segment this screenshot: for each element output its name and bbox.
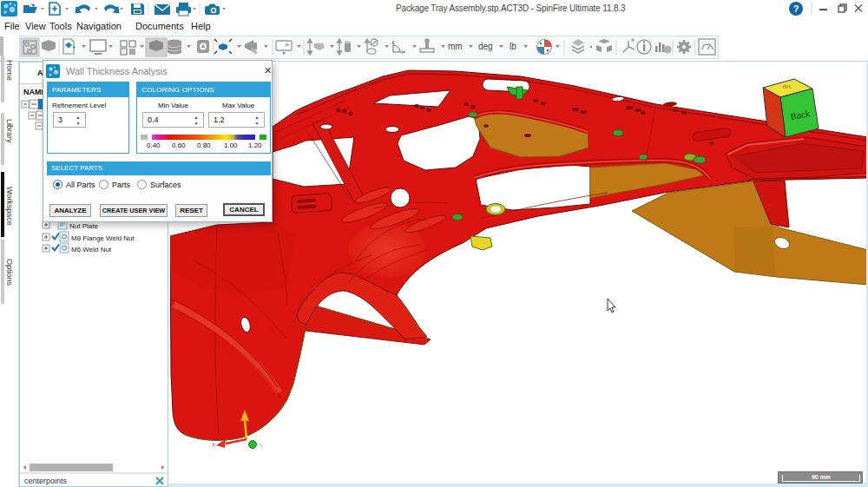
svg-text:lb: lb: [510, 42, 516, 51]
svg-text:Nut Plate: Nut Plate: [69, 222, 98, 230]
svg-text:?: ?: [793, 3, 799, 14]
svg-text:X: X: [212, 442, 216, 448]
svg-text:mm: mm: [448, 42, 463, 51]
svg-text:centerpoints: centerpoints: [24, 477, 68, 485]
svg-text:Y: Y: [260, 443, 264, 449]
svg-text:M6 Weld Nut: M6 Weld Nut: [71, 246, 112, 253]
svg-text:deg: deg: [478, 42, 493, 51]
svg-text:Z: Z: [242, 402, 247, 408]
svg-text:M8 Flange Weld Nut: M8 Flange Weld Nut: [71, 234, 135, 242]
